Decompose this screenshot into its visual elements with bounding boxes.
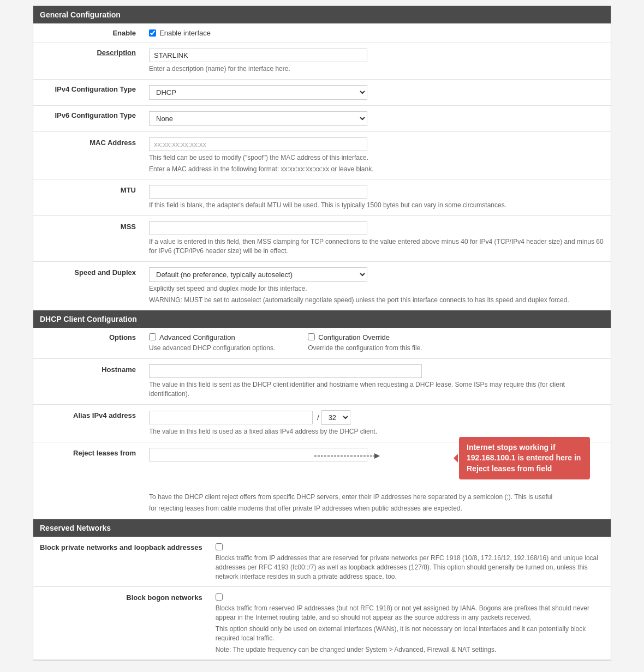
ipv6-config-type-select[interactable]: None DHCP6 Static SLAAC: [149, 111, 367, 126]
block-bogon-label: Block bogon networks: [33, 587, 209, 660]
mss-help: If a value is entered in this field, the…: [149, 237, 604, 256]
block-private-checkbox[interactable]: [216, 543, 223, 550]
block-bogon-help1: Blocks traffic from reserved IP addresse…: [216, 604, 604, 622]
ipv4-config-type-label: IPv4 Configuration Type: [33, 79, 142, 105]
speed-duplex-help1: Explicitly set speed and duplex mode for…: [149, 284, 604, 293]
enable-checkbox[interactable]: [149, 29, 156, 37]
reserved-networks-header: Reserved Networks: [33, 519, 611, 537]
alias-ipv4-input[interactable]: [149, 411, 313, 424]
hostname-help: The value in this field is sent as the D…: [149, 380, 604, 399]
alias-ipv4-help: The value in this field is used as a fix…: [149, 427, 604, 436]
reject-leases-tooltip: Internet stops working if 192.168.100.1 …: [459, 437, 590, 480]
block-private-label: Block private networks and loopback addr…: [33, 537, 209, 587]
hostname-input[interactable]: [149, 364, 422, 378]
block-bogon-help2: This option should only be used on exter…: [216, 625, 604, 643]
speed-duplex-label: Speed and Duplex: [33, 261, 142, 310]
mac-address-help1: This field can be used to modify ("spoof…: [149, 153, 604, 163]
enable-interface-label: Enable interface: [159, 29, 211, 37]
ipv6-config-type-label: IPv6 Configuration Type: [33, 105, 142, 131]
general-config-header: General Configuration: [33, 6, 611, 23]
config-override-help: Override the configuration from this fil…: [308, 344, 422, 353]
enable-label: Enable: [33, 23, 142, 43]
speed-duplex-help2: WARNING: MUST be set to autoselect (auto…: [149, 296, 604, 305]
config-override-checkbox[interactable]: [308, 333, 315, 340]
config-override-label: Configuration Override: [318, 333, 390, 341]
reject-leases-help1: To have the DHCP client reject offers fr…: [149, 493, 604, 502]
mtu-input[interactable]: [149, 185, 367, 199]
speed-duplex-select[interactable]: Default (no preference, typically autose…: [149, 267, 367, 282]
dhcp-config-header: DHCP Client Configuration: [33, 310, 611, 328]
svg-marker-1: [374, 453, 380, 459]
reject-leases-help2: for rejecting leases from cable modems t…: [149, 504, 604, 513]
mac-address-input[interactable]: [149, 137, 367, 151]
mac-address-help2: Enter a MAC address in the following for…: [149, 165, 604, 174]
mss-label: MSS: [33, 216, 142, 262]
ipv4-config-type-select[interactable]: DHCP None Static PPPoE: [149, 85, 367, 100]
reject-leases-label: Reject leases from: [33, 442, 142, 519]
description-label: Description: [33, 43, 142, 80]
hostname-label: Hostname: [33, 359, 142, 405]
description-help: Enter a description (name) for the inter…: [149, 64, 604, 74]
mtu-help: If this field is blank, the adapter's de…: [149, 201, 604, 210]
alias-slash: /: [317, 413, 319, 422]
block-bogon-help3: Note: The update frequency can be change…: [216, 645, 604, 655]
tooltip-arrow: [312, 448, 377, 464]
advanced-config-checkbox[interactable]: [149, 333, 156, 340]
block-bogon-checkbox[interactable]: [216, 593, 223, 601]
block-private-help: Blocks traffic from IP addresses that ar…: [216, 554, 604, 581]
advanced-config-help: Use advanced DHCP configuration options.: [149, 344, 275, 353]
mss-input[interactable]: [149, 221, 367, 235]
mtu-label: MTU: [33, 179, 142, 216]
advanced-config-label: Advanced Configuration: [159, 333, 235, 341]
mac-address-label: MAC Address: [33, 131, 142, 179]
options-label: Options: [33, 328, 142, 358]
alias-mask-select[interactable]: 32 31 30 29 28 24 16: [321, 410, 350, 425]
alias-ipv4-label: Alias IPv4 address: [33, 404, 142, 442]
description-input[interactable]: [149, 49, 367, 62]
